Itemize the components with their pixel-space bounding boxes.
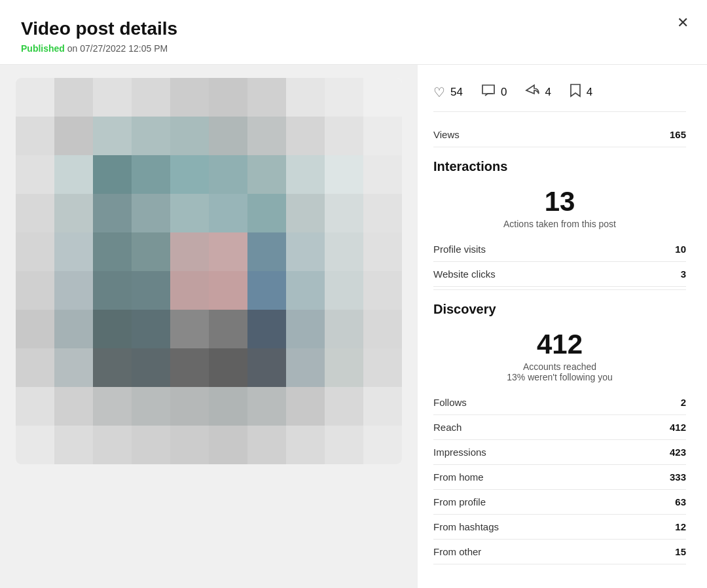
- comment-icon: [481, 84, 496, 100]
- mosaic-cell: [93, 117, 132, 155]
- mosaic-cell: [132, 232, 170, 271]
- mosaic-cell: [247, 78, 286, 117]
- heart-icon: ♡: [433, 84, 445, 100]
- bookmark-icon: [570, 83, 581, 101]
- mosaic-cell: [170, 117, 209, 155]
- stat-value: 2: [681, 397, 686, 408]
- mosaic-cell: [93, 78, 132, 117]
- mosaic-cell: [209, 155, 247, 194]
- mosaic-cell: [54, 271, 93, 310]
- views-value: 165: [670, 129, 686, 140]
- mosaic-cell: [247, 387, 286, 426]
- close-button[interactable]: ✕: [677, 16, 689, 30]
- saves-item: 4: [570, 83, 592, 101]
- post-image: [16, 78, 402, 464]
- mosaic-cell: [209, 78, 247, 117]
- mosaic-cell: [16, 387, 54, 426]
- mosaic-cell: [93, 426, 132, 464]
- mosaic-cell: [286, 78, 325, 117]
- mosaic-cell: [286, 194, 325, 232]
- discovery-big-number: 412: [433, 329, 686, 360]
- mosaic-cell: [132, 78, 170, 117]
- mosaic-cell: [325, 310, 363, 348]
- mosaic-cell: [209, 348, 247, 387]
- mosaic-cell: [209, 117, 247, 155]
- stat-label: From profile: [433, 496, 486, 507]
- mosaic-image: [16, 78, 402, 464]
- mosaic-cell: [209, 387, 247, 426]
- mosaic-cell: [286, 117, 325, 155]
- mosaic-cell: [363, 271, 402, 310]
- mosaic-cell: [363, 155, 402, 194]
- mosaic-cell: [16, 426, 54, 464]
- mosaic-cell: [170, 348, 209, 387]
- mosaic-cell: [247, 194, 286, 232]
- stat-value: 333: [670, 471, 686, 483]
- comments-count: 0: [501, 86, 507, 99]
- mosaic-cell: [325, 232, 363, 271]
- likes-count: 54: [450, 86, 463, 99]
- comments-item: 0: [481, 84, 507, 100]
- mosaic-cell: [286, 348, 325, 387]
- mosaic-cell: [325, 426, 363, 464]
- discovery-stat-row: From home 333: [433, 465, 686, 490]
- main-content: ♡ 54 0: [0, 65, 707, 588]
- mosaic-cell: [170, 232, 209, 271]
- mosaic-cell: [93, 387, 132, 426]
- mosaic-cell: [209, 194, 247, 232]
- mosaic-cell: [93, 155, 132, 194]
- mosaic-cell: [170, 155, 209, 194]
- mosaic-cell: [247, 348, 286, 387]
- mosaic-cell: [132, 271, 170, 310]
- interaction-stat-row: Profile visits 10: [433, 237, 686, 262]
- mosaic-cell: [247, 271, 286, 310]
- mosaic-cell: [54, 117, 93, 155]
- discovery-big-number-block: 412 Accounts reached 13% weren't followi…: [433, 323, 686, 390]
- stat-label: From hashtags: [433, 521, 499, 532]
- mosaic-cell: [363, 348, 402, 387]
- mosaic-cell: [325, 117, 363, 155]
- section-divider: [433, 289, 686, 290]
- stat-label: From other: [433, 546, 481, 557]
- discovery-stat-row: From other 15: [433, 540, 686, 564]
- mosaic-cell: [363, 78, 402, 117]
- mosaic-cell: [16, 232, 54, 271]
- mosaic-cell: [247, 310, 286, 348]
- stat-value: 412: [670, 422, 686, 433]
- mosaic-cell: [16, 194, 54, 232]
- mosaic-cell: [54, 426, 93, 464]
- mosaic-cell: [93, 271, 132, 310]
- mosaic-cell: [54, 194, 93, 232]
- mosaic-cell: [93, 310, 132, 348]
- interactions-big-number-label: Actions taken from this post: [433, 219, 686, 229]
- mosaic-cell: [363, 232, 402, 271]
- interaction-stat-row: Website clicks 3: [433, 262, 686, 287]
- mosaic-cell: [132, 387, 170, 426]
- stat-value: 12: [675, 521, 686, 532]
- publish-info: Published on 07/27/2022 12:05 PM: [21, 43, 686, 54]
- mosaic-cell: [16, 155, 54, 194]
- mosaic-cell: [132, 310, 170, 348]
- discovery-accounts-reached-label: Accounts reached: [433, 361, 686, 372]
- stat-label: Follows: [433, 397, 467, 408]
- mosaic-cell: [363, 117, 402, 155]
- mosaic-cell: [170, 387, 209, 426]
- mosaic-cell: [209, 426, 247, 464]
- published-date: on 07/27/2022 12:05 PM: [67, 43, 168, 54]
- mosaic-cell: [93, 232, 132, 271]
- discovery-stat-row: Reach 412: [433, 415, 686, 440]
- stat-label: Website clicks: [433, 268, 496, 280]
- mosaic-cell: [209, 310, 247, 348]
- stat-label: Profile visits: [433, 244, 486, 255]
- mosaic-cell: [247, 232, 286, 271]
- mosaic-cell: [325, 78, 363, 117]
- mosaic-cell: [170, 426, 209, 464]
- mosaic-cell: [286, 426, 325, 464]
- views-label: Views: [433, 129, 460, 140]
- mosaic-cell: [247, 117, 286, 155]
- page-container: Video post details Published on 07/27/20…: [0, 0, 707, 588]
- mosaic-cell: [170, 194, 209, 232]
- header: Video post details Published on 07/27/20…: [0, 0, 707, 65]
- mosaic-cell: [132, 117, 170, 155]
- mosaic-cell: [170, 310, 209, 348]
